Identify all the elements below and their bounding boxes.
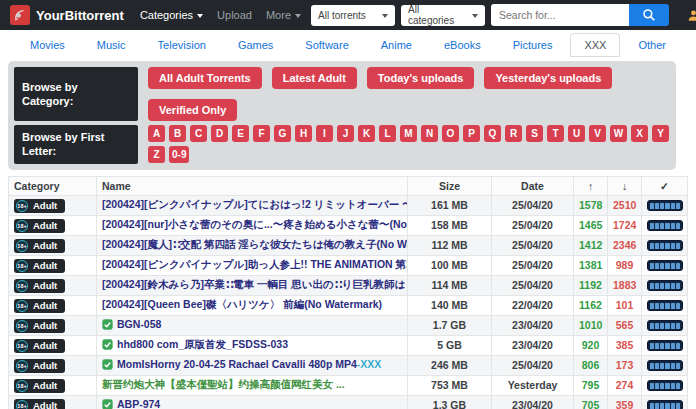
letter-z[interactable]: Z	[148, 146, 165, 163]
health-bar	[647, 240, 683, 251]
letter-f[interactable]: F	[253, 125, 270, 142]
category-badge[interactable]: 18+ Adult	[14, 339, 65, 353]
tab-movies[interactable]: Movies	[16, 33, 79, 57]
seeders-cell: 920	[574, 335, 608, 355]
letter-s[interactable]: S	[526, 125, 543, 142]
torrent-suffix-link[interactable]: -XXX	[357, 358, 382, 370]
category-badge[interactable]: 18+ Adult	[14, 359, 65, 373]
today-s-uploads-button[interactable]: Today's uploads	[367, 67, 475, 89]
tab-games[interactable]: Games	[224, 33, 287, 57]
verified-only-button[interactable]: Verified Only	[148, 99, 237, 121]
header-health-check-icon[interactable]: ✓	[642, 176, 688, 195]
letter-b[interactable]: B	[169, 125, 186, 142]
age-18-icon: 18+	[16, 320, 28, 332]
tab-anime[interactable]: Anime	[367, 33, 426, 57]
letter-l[interactable]: L	[379, 125, 396, 142]
tab-pictures[interactable]: Pictures	[499, 33, 567, 57]
table-row: 18+ Adult hhd800 com_原版首发_FSDSS-033 5 GB…	[9, 335, 688, 355]
name-cell: [200424][Queen Bee]磔〈ハリツケ〉 前編(No Waterma…	[97, 295, 408, 315]
tab-ebooks[interactable]: eBooks	[430, 33, 495, 57]
table-row: 18+ Adult [200424][ピンクパイナップル]てにおはっ!2 リミッ…	[9, 195, 688, 215]
letter-h[interactable]: H	[295, 125, 312, 142]
letter-a[interactable]: A	[148, 125, 165, 142]
category-badge[interactable]: 18+ Adult	[14, 279, 65, 293]
letter-d[interactable]: D	[211, 125, 228, 142]
category-badge[interactable]: 18+ Adult	[14, 219, 65, 233]
health-cell	[642, 295, 688, 315]
nav-link-upload[interactable]: Upload	[217, 9, 252, 21]
letter-m[interactable]: M	[400, 125, 417, 142]
health-cell	[642, 235, 688, 255]
letter-i[interactable]: I	[316, 125, 333, 142]
header-seeders-arrow-up-icon[interactable]: ↑	[574, 176, 608, 195]
header-size[interactable]: Size	[408, 176, 492, 195]
tab-software[interactable]: Software	[291, 33, 362, 57]
torrent-name-link[interactable]: hhd800 com_原版首发_FSDSS-033	[117, 338, 288, 350]
letter-k[interactable]: K	[358, 125, 375, 142]
letter-t[interactable]: T	[547, 125, 564, 142]
caret-down-icon	[197, 14, 203, 18]
letter-u[interactable]: U	[568, 125, 585, 142]
letter-g[interactable]: G	[274, 125, 291, 142]
category-badge[interactable]: 18+ Adult	[14, 199, 65, 213]
torrent-name-link[interactable]: MomIsHorny 20-04-25 Rachael Cavalli 480p…	[117, 358, 357, 370]
header-leechers-arrow-down-icon[interactable]: ↓	[608, 176, 642, 195]
letter-x[interactable]: X	[631, 125, 648, 142]
torrent-name-link[interactable]: [200424][ピンクパイナップル]助っ人参上!! THE ANIMATION…	[102, 258, 408, 270]
latest-adult-button[interactable]: Latest Adult	[272, 67, 357, 89]
search-button[interactable]	[629, 4, 669, 26]
all-adult-torrents-button[interactable]: All Adult Torrents	[148, 67, 262, 89]
letter-p[interactable]: P	[463, 125, 480, 142]
seeders-cell: 1578	[574, 195, 608, 215]
category-badge[interactable]: 18+ Adult	[14, 399, 65, 409]
header-date[interactable]: Date	[492, 176, 574, 195]
torrent-name-link[interactable]: [200424][Queen Bee]磔〈ハリツケ〉 前編(No Waterma…	[102, 298, 382, 310]
torrent-filter-select[interactable]: All torrents	[311, 5, 395, 26]
header-name[interactable]: Name	[97, 176, 408, 195]
letter-e[interactable]: E	[232, 125, 249, 142]
letter-c[interactable]: C	[190, 125, 207, 142]
category-badge[interactable]: 18+ Adult	[14, 239, 65, 253]
letter-q[interactable]: Q	[484, 125, 501, 142]
letter-v[interactable]: V	[589, 125, 606, 142]
letter-j[interactable]: J	[337, 125, 354, 142]
tab-other[interactable]: Other	[624, 33, 680, 57]
browse-panel: Browse by Category: All Adult TorrentsLa…	[8, 61, 676, 170]
letter-y[interactable]: Y	[652, 125, 669, 142]
category-badge[interactable]: 18+ Adult	[14, 299, 65, 313]
category-filter-select[interactable]: All categories	[401, 5, 485, 26]
tab-xxx[interactable]: XXX	[570, 33, 620, 57]
torrent-name-link[interactable]: ABP-974	[117, 398, 160, 409]
letter-r[interactable]: R	[505, 125, 522, 142]
letter-o[interactable]: O	[442, 125, 459, 142]
category-badge[interactable]: 18+ Adult	[14, 259, 65, 273]
torrent-name-link[interactable]: 新晋约炮大神【盛本僅聖站】约操高颜值网红美女 ...	[102, 378, 345, 390]
letter-w[interactable]: W	[610, 125, 627, 142]
nav-link-categories[interactable]: Categories	[140, 9, 203, 21]
torrent-name-link[interactable]: BGN-058	[117, 318, 161, 330]
brand[interactable]: YourBittorrent	[10, 5, 124, 25]
category-badge[interactable]: 18+ Adult	[14, 379, 65, 393]
nav-link-more[interactable]: More	[266, 9, 301, 21]
health-cell	[642, 215, 688, 235]
date-cell: 22/04/20	[492, 295, 574, 315]
tab-music[interactable]: Music	[83, 33, 140, 57]
torrent-name-link[interactable]: [200424][鈴木みら乃]卒業∷電車 一輌目 思い出の∷り巨乳教師は ...	[102, 278, 408, 290]
header-category[interactable]: Category	[9, 176, 97, 195]
tab-television[interactable]: Television	[144, 33, 220, 57]
letter-n[interactable]: N	[421, 125, 438, 142]
age-18-icon: 18+	[16, 400, 28, 409]
table-row: 18+ Adult [200424][ピンクパイナップル]助っ人参上!! THE…	[9, 255, 688, 275]
leechers-cell: 359	[608, 395, 642, 409]
torrent-name-link[interactable]: [200424][nur]小さな蕾のその奥に...〜疼き始める小さな蕾〜(No …	[102, 218, 408, 230]
search-input[interactable]	[491, 4, 629, 26]
category-cell: 18+ Adult	[9, 315, 97, 335]
category-badge[interactable]: 18+ Adult	[14, 319, 65, 333]
category-label: Adult	[33, 240, 57, 251]
torrent-name-link[interactable]: [200424][ピンクパイナップル]てにおはっ!2 リミットオーバー 〜◆ .…	[102, 198, 408, 210]
user-menu[interactable]: Guest	[675, 9, 696, 22]
leechers-cell: 565	[608, 315, 642, 335]
letter-0-9[interactable]: 0-9	[169, 146, 189, 163]
torrent-name-link[interactable]: [200424][魔人]∷交配 第四話 淫らな彼女たちは俺の教え子(No Wat…	[102, 238, 408, 250]
yesterday-s-uploads-button[interactable]: Yesterday's uploads	[484, 67, 612, 89]
